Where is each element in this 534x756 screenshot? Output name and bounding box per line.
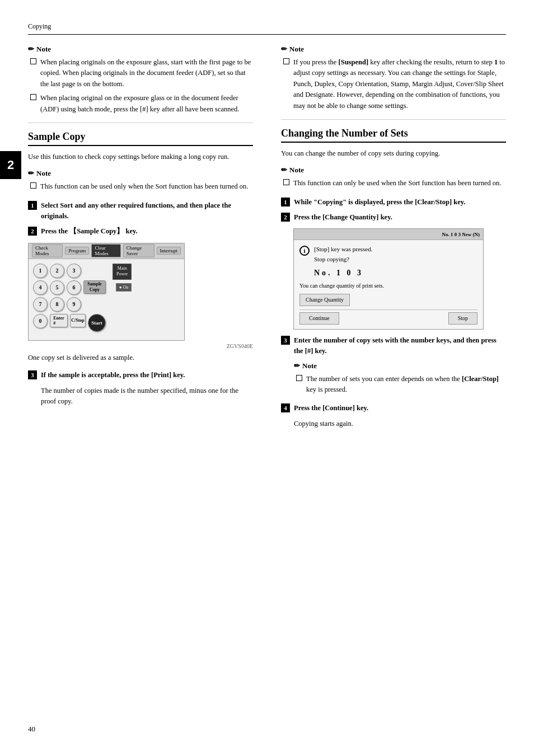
keyboard-body: 1 2 3 4 5 6 Sample Copy 7 [29, 259, 184, 336]
step-3-body: The number of copies made is the number … [41, 386, 253, 407]
screen-body: i [Stop] key was pressed. Stop copying? … [294, 240, 483, 329]
kbd-check-modes: Check Modes [32, 244, 63, 257]
img-caption: ZGVS040E [28, 343, 253, 349]
note-icon-cn: ✏ [281, 166, 287, 175]
page-header: Copying [28, 22, 506, 35]
keyboard-image: Check Modes Program Clear Modes Change S… [28, 243, 185, 341]
step-r4: 4 Press the [Continue] key. [281, 403, 506, 414]
kbd-key-1: 1 [33, 264, 48, 278]
two-column-layout: ✏ Note When placing originals on the exp… [28, 45, 506, 429]
step-r2-text: Press the [Change Quantity] key. [294, 212, 392, 223]
kbd-change-saver: Change Saver [123, 244, 154, 257]
sample-copy-heading: Sample Copy [28, 131, 253, 146]
step-r3: 3 Enter the number of copy sets with the… [281, 335, 506, 357]
step-r4-number: 4 [281, 403, 290, 412]
note-label-cn: Note [289, 166, 304, 175]
kbd-power-key: MainPower [113, 264, 132, 280]
screen-button-row: Change Quantity [299, 294, 477, 306]
kbd-sample-copy-key: Sample Copy [83, 280, 106, 294]
note-item-cn-1: This function can only be used when the … [281, 178, 506, 189]
step-2-number: 2 [28, 227, 37, 236]
kbd-row-3: 7 8 9 [33, 297, 106, 312]
keyboard-top-bar: Check Modes Program Clear Modes Change S… [29, 243, 184, 259]
note-item-s3-1: The number of sets you can enter depends… [294, 374, 506, 396]
note-item-sc-1: This function can be used only when the … [28, 181, 253, 192]
note-text-sc-1: This function can be used only when the … [40, 181, 248, 192]
kbd-key-enter: Enter# [50, 314, 68, 327]
note-title-cn: ✏ Note [281, 166, 506, 175]
change-number-section: Changing the Number of Sets You can chan… [281, 128, 506, 429]
kbd-key-9: 9 [67, 297, 81, 312]
step-3: 3 If the sample is acceptable, press the… [28, 370, 253, 381]
page: 2 Copying ✏ Note When placing originals … [0, 0, 534, 756]
screen-top-label: No. 1 0 3 New (N) [442, 232, 480, 237]
checkbox-icon [30, 58, 36, 64]
checkbox-icon [30, 182, 36, 189]
page-number: 40 [28, 725, 35, 734]
note-title: ✏ Note [28, 45, 253, 54]
screen-stop-btn[interactable]: Stop [448, 312, 477, 325]
step-r1: 1 While "Copying" is displayed, press th… [281, 197, 506, 208]
kbd-key-4: 4 [33, 280, 48, 295]
screen-icon-row: i [Stop] key was pressed. Stop copying? [299, 245, 477, 264]
kbd-key-8: 8 [50, 297, 64, 312]
step-r2-number: 2 [281, 213, 290, 222]
kbd-key-3: 3 [67, 264, 81, 278]
info-circle-icon: i [299, 246, 310, 256]
step-r3-number: 3 [281, 336, 290, 345]
change-number-intro: You can change the number of copy sets d… [281, 148, 506, 159]
note-item-r1-1: If you press the [Suspend] key after che… [281, 57, 506, 111]
note-block-step3: ✏ Note The number of sets you can enter … [294, 361, 506, 396]
note-label-s3: Note [302, 361, 317, 370]
screen-body-text: You can change quantity of print sets. [299, 281, 477, 290]
header-section: Copying [28, 22, 51, 30]
note-icon-r1: ✏ [281, 45, 287, 54]
screen-sub-text: Stop copying? [314, 255, 372, 265]
kbd-key-5: 5 [50, 280, 64, 295]
note-icon-s3: ✏ [294, 361, 300, 370]
chapter-tab: 2 [0, 151, 21, 179]
step-r4-body: Copying starts again. [294, 419, 506, 429]
checkbox-icon [283, 58, 289, 64]
step-r4-text: Press the [Continue] key. [294, 403, 368, 414]
kbd-row-1: 1 2 3 [33, 264, 106, 278]
kbd-key-6: 6 [67, 280, 81, 295]
note-title-s3: ✏ Note [294, 361, 506, 370]
note-block-right-1: ✏ Note If you press the [Suspend] key af… [281, 45, 506, 111]
step-2: 2 Press the 【Sample Copy】 key. [28, 226, 253, 237]
screen-continue-btn[interactable]: Continue [299, 312, 339, 325]
note-text-cn-1: This function can only be used when the … [293, 178, 501, 189]
note-text-1: When placing originals on the exposure g… [40, 57, 253, 90]
kbd-row-4: 0 Enter# C/Stop Start [33, 314, 106, 332]
chapter-number: 2 [7, 158, 14, 172]
note-block-change-num: ✏ Note This function can only be used wh… [281, 166, 506, 189]
note-block-placing-originals: ✏ Note When placing originals on the exp… [28, 45, 253, 115]
right-column: ✏ Note If you press the [Suspend] key af… [275, 45, 506, 429]
screen-num-display: No. 1 0 3 [314, 267, 477, 279]
note-title-2: ✏ Note [28, 169, 253, 178]
kbd-program: Program [65, 247, 89, 255]
change-number-heading: Changing the Number of Sets [281, 128, 506, 143]
after-img-text: One copy set is delivered as a sample. [28, 353, 253, 363]
kbd-on-key: ● On [116, 283, 132, 292]
note-title-r1: ✏ Note [281, 45, 506, 54]
note-label: Note [36, 45, 51, 54]
divider-right [281, 119, 506, 120]
note-text-r1-1: If you press the [Suspend] key after che… [293, 57, 506, 111]
kbd-key-clear-stop: C/Stop [70, 314, 86, 327]
checkbox-icon [296, 375, 302, 381]
numpad: 1 2 3 4 5 6 Sample Copy 7 [33, 264, 106, 332]
kbd-right-panel: MainPower ● On [113, 264, 132, 332]
checkbox-icon [283, 179, 289, 185]
note-label-2: Note [36, 169, 51, 178]
screen-change-qty-btn[interactable]: Change Quantity [299, 294, 350, 306]
step-2-text: Press the 【Sample Copy】 key. [41, 226, 138, 237]
screen-footer-row: Continue Stop [299, 309, 477, 325]
kbd-row-2: 4 5 6 Sample Copy [33, 280, 106, 295]
note-item-1: When placing originals on the exposure g… [28, 57, 253, 90]
checkbox-icon [30, 94, 36, 100]
note-label-r1: Note [289, 45, 304, 54]
sample-copy-section: Sample Copy Use this function to check c… [28, 131, 253, 407]
note-icon-2: ✏ [28, 169, 34, 178]
screen-image: No. 1 0 3 New (N) i [Stop] key was press… [293, 228, 484, 330]
